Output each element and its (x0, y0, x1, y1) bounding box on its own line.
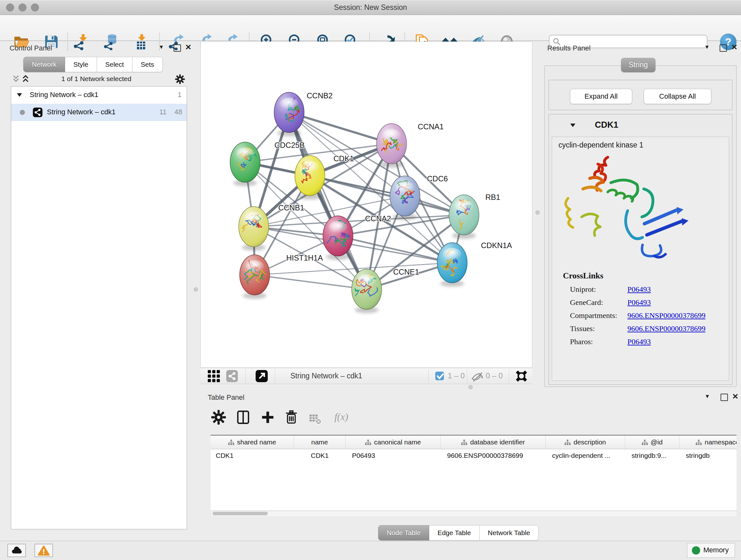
section-collapse-icon[interactable] (569, 121, 577, 130)
float-panel-icon[interactable] (174, 44, 181, 52)
right-splitter-handle[interactable] (536, 210, 540, 214)
footer-separator (246, 369, 246, 383)
gene-section-header[interactable]: CDK1 (549, 114, 732, 137)
scrollbar-thumb[interactable] (212, 512, 268, 515)
crosslink-label: Tissues: (570, 324, 627, 333)
table-options-gear-icon[interactable] (211, 410, 226, 425)
network-node-ccne1[interactable] (352, 269, 382, 313)
network-options-gear-icon[interactable] (175, 74, 185, 85)
column-label: canonical name (374, 438, 421, 446)
network-node-cdc25b[interactable] (230, 142, 260, 186)
detach-view-icon[interactable] (256, 370, 268, 382)
network-edge[interactable] (255, 275, 367, 289)
expand-all-networks-icon[interactable] (12, 75, 19, 84)
network-edge[interactable] (338, 236, 452, 263)
network-edge[interactable] (289, 112, 392, 144)
close-panel-icon[interactable]: ✕ (185, 43, 192, 52)
window-title: Session: New Session (0, 0, 741, 15)
collapse-panel-icon[interactable]: ▼ (158, 44, 164, 51)
column-header-canonical-name[interactable]: canonical name (346, 435, 441, 449)
cell-name[interactable]: CDK1 (294, 449, 346, 462)
close-panel-icon[interactable]: ✕ (731, 43, 738, 52)
cloud-button[interactable] (7, 544, 26, 557)
tab-sets[interactable]: Sets (132, 57, 163, 72)
tab-select[interactable]: Select (97, 57, 132, 72)
delete-table-icon[interactable] (309, 412, 322, 427)
left-splitter-handle[interactable] (194, 287, 198, 292)
crosslink-compartments-link[interactable]: 9606.ENSP00000378699 (627, 311, 705, 320)
cell-namespace[interactable]: stringdb (679, 449, 737, 462)
tree-expand-icon[interactable] (16, 91, 23, 101)
traffic-light-zoom-icon[interactable] (31, 3, 39, 11)
cell-shared-name[interactable]: CDK1 (211, 449, 294, 462)
tab-network-table[interactable]: Network Table (480, 525, 539, 541)
tab-string[interactable]: String (621, 58, 656, 72)
cell--id[interactable]: stringdb:9... (625, 449, 679, 462)
table-row[interactable]: CDK1CDK1P064939606.ENSP00000378699cyclin… (211, 449, 737, 462)
crosslink-genecard-link[interactable]: P06493 (627, 298, 651, 307)
column-header-database-identifier[interactable]: database identifier (441, 435, 546, 449)
network-node-rb1[interactable] (449, 195, 479, 239)
column-header-shared-name[interactable]: shared name (211, 435, 294, 449)
crosslink-uniprot-link[interactable]: P06493 (627, 285, 651, 294)
column-header-name[interactable]: name (294, 435, 346, 449)
network-node-cdc6[interactable] (390, 176, 420, 220)
results-panel-title: Results Panel (547, 44, 591, 52)
float-panel-icon[interactable] (720, 44, 727, 52)
traffic-light-minimize-icon[interactable] (18, 3, 26, 11)
network-node-cdkn1a[interactable] (437, 243, 467, 287)
show-columns-icon[interactable] (236, 410, 251, 425)
column-header-namespace[interactable]: namespace (679, 435, 737, 449)
delete-column-icon[interactable] (284, 410, 299, 425)
network-row-selected[interactable]: String Network – cdk1 11 48 (11, 104, 187, 121)
hidden-eye-slash-icon[interactable] (471, 371, 484, 383)
status-bar: Memory (0, 541, 741, 560)
close-panel-icon[interactable]: ✕ (732, 392, 738, 401)
table-horizontal-scrollbar[interactable] (211, 511, 737, 517)
grid-view-icon[interactable] (207, 370, 220, 382)
crosslink-row: Tissues:9606.ENSP00000378699 (570, 324, 729, 333)
crosslink-label: Pharos: (570, 337, 627, 346)
column-header--id[interactable]: @id (625, 435, 679, 449)
collapse-panel-icon[interactable]: ▼ (704, 44, 710, 51)
column-label: shared name (237, 438, 276, 446)
collapse-panel-icon[interactable]: ▼ (704, 393, 710, 400)
cell-database-identifier[interactable]: 9606.ENSP00000378699 (441, 449, 546, 462)
footer-separator (467, 369, 467, 383)
collapse-all-networks-icon[interactable] (22, 75, 29, 84)
selected-nodes-checkbox[interactable] (435, 372, 444, 380)
network-collection-row[interactable]: String Network – cdk1 1 (11, 86, 187, 104)
string-network-graph[interactable]: CCNB2CCNA1CDC25BCDK1CDC6RB1CCNB1CCNA2CDK… (201, 42, 532, 368)
tab-network[interactable]: Network (23, 57, 65, 72)
tab-node-table[interactable]: Node Table (378, 525, 429, 541)
window-titlebar: Session: New Session (0, 0, 741, 15)
add-column-icon[interactable] (260, 410, 275, 425)
bottom-splitter-handle[interactable] (468, 385, 473, 389)
cell-description[interactable]: cyclin-dependent ... (546, 449, 625, 462)
crosslink-row: GeneCard:P06493 (570, 298, 729, 307)
network-node-ccnb2[interactable] (274, 92, 304, 136)
network-edges (245, 112, 464, 289)
crosslink-pharos-link[interactable]: P06493 (627, 337, 651, 346)
cell-canonical-name[interactable]: P06493 (346, 449, 441, 462)
network-edge[interactable] (289, 112, 367, 289)
float-panel-icon[interactable] (721, 394, 728, 401)
collapse-all-button[interactable]: Collapse All (644, 89, 711, 104)
main-toolbar: ? (0, 15, 741, 41)
birds-eye-crosshair-icon[interactable] (515, 369, 529, 383)
function-builder-icon[interactable]: f(x) (334, 411, 348, 423)
column-header-description[interactable]: description (546, 435, 625, 449)
warning-button[interactable] (35, 544, 53, 557)
crosslink-row: Pharos:P06493 (570, 337, 729, 346)
expand-all-button[interactable]: Expand All (570, 89, 632, 104)
string-view-icon[interactable] (226, 370, 239, 382)
tab-style[interactable]: Style (65, 57, 97, 72)
memory-button[interactable]: Memory (687, 543, 735, 558)
network-canvas[interactable]: CCNB2CCNA1CDC25BCDK1CDC6RB1CCNB1CCNA2CDK… (200, 42, 532, 368)
crosslink-tissues-link[interactable]: 9606.ENSP00000378699 (627, 324, 705, 333)
tab-edge-table[interactable]: Edge Table (429, 525, 480, 541)
footer-separator (509, 369, 509, 383)
network-node-ccnb1[interactable] (239, 206, 269, 251)
network-node-hist1h1a[interactable] (240, 255, 270, 299)
traffic-light-close-icon[interactable] (6, 3, 14, 11)
